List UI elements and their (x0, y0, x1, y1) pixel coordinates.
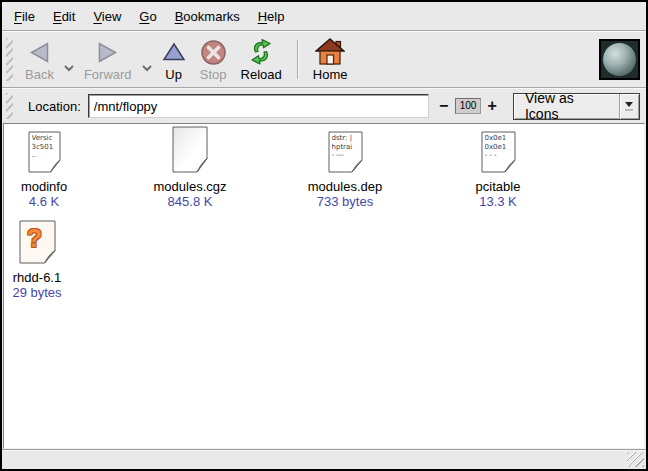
zoom-level-indicator: 100 (455, 98, 480, 114)
menu-view[interactable]: View (84, 4, 130, 29)
zoom-in-button[interactable]: + (485, 98, 500, 114)
file-item-modules-dep[interactable]: dstr: | hptrai - --- modules.dep 733 byt… (300, 129, 390, 209)
file-size: 4.6 K (0, 194, 89, 209)
back-history-dropdown[interactable] (61, 58, 77, 70)
preview-line: 0x0e1 (485, 143, 509, 152)
throbber (599, 39, 640, 80)
menu-bookmarks[interactable]: Bookmarks (166, 4, 249, 29)
toolbar-grab-handle[interactable] (6, 38, 13, 81)
text-file-icon: 0x0e1 0x0e1 - - - (481, 131, 516, 177)
stop-label: Stop (200, 67, 227, 83)
preview-line: 0x0e1 (485, 134, 509, 143)
question-mark-glyph: ? (19, 224, 51, 253)
file-size: 13.3 K (453, 194, 543, 209)
file-item-modinfo[interactable]: Versic 3c501 .. modinfo 4.6 K (0, 129, 89, 209)
reload-button[interactable]: Reload (234, 34, 289, 85)
preview-line: dstr: | (332, 134, 356, 143)
text-file-icon: dstr: | hptrai - --- (328, 131, 363, 177)
preview-line: - - - (485, 151, 509, 160)
file-item-rhdd[interactable]: ? rhdd-6.1 29 bytes (0, 220, 82, 300)
back-label: Back (25, 67, 54, 83)
preview-line: .. (32, 151, 54, 160)
file-size: 29 bytes (0, 285, 82, 300)
reload-icon (246, 37, 276, 67)
file-name: modules.dep (300, 179, 390, 194)
home-button[interactable]: Home (306, 34, 355, 85)
file-manager-window: File Edit View Go Bookmarks Help Back Fo… (0, 0, 648, 471)
up-icon (162, 37, 186, 67)
menu-edit[interactable]: Edit (44, 4, 84, 29)
back-button[interactable]: Back (18, 34, 61, 85)
location-input[interactable] (88, 94, 429, 118)
stop-button[interactable]: Stop (193, 34, 234, 85)
menu-go[interactable]: Go (130, 4, 165, 29)
preview-line: Versic (32, 134, 54, 143)
file-size: 733 bytes (300, 194, 390, 209)
status-bar (2, 449, 646, 469)
text-file-icon: Versic 3c501 .. (28, 131, 61, 177)
toolbar: Back Forward Up (2, 32, 646, 87)
file-size: 845.8 K (145, 194, 235, 209)
zoom-out-button[interactable]: − (436, 98, 451, 114)
home-icon (315, 37, 345, 67)
file-view[interactable]: Versic 3c501 .. modinfo 4.6 K (3, 123, 645, 449)
reload-label: Reload (241, 67, 282, 83)
menu-bar: File Edit View Go Bookmarks Help (2, 2, 646, 30)
file-name: rhdd-6.1 (0, 270, 82, 285)
forward-button[interactable]: Forward (77, 34, 139, 85)
location-label: Location: (28, 99, 81, 114)
locationbar-grab-handle[interactable] (6, 93, 13, 119)
toolbar-separator (297, 40, 298, 79)
preview-line: hptrai (332, 143, 356, 152)
stop-icon (200, 37, 227, 67)
forward-label: Forward (84, 67, 132, 83)
file-name: pcitable (453, 179, 543, 194)
file-item-pcitable[interactable]: 0x0e1 0x0e1 - - - pcitable 13.3 K (453, 129, 543, 209)
menu-help[interactable]: Help (249, 4, 294, 29)
unknown-file-icon: ? (19, 220, 56, 268)
forward-history-dropdown[interactable] (139, 58, 155, 70)
view-as-label: View as Icons (514, 94, 619, 119)
throbber-sphere-icon (603, 43, 636, 76)
up-label: Up (165, 67, 182, 83)
up-button[interactable]: Up (155, 34, 193, 85)
location-bar: Location: − 100 + View as Icons (2, 89, 646, 123)
file-item-modules-cgz[interactable]: modules.cgz 845.8 K (145, 129, 235, 209)
resize-grip[interactable] (627, 452, 644, 467)
home-label: Home (313, 67, 348, 83)
toolbar-spacer (354, 34, 599, 85)
view-as-dropdown[interactable]: View as Icons (513, 93, 640, 120)
menu-file[interactable]: File (5, 4, 44, 29)
file-name: modinfo (0, 179, 89, 194)
dropdown-arrow-icon[interactable] (619, 94, 639, 119)
back-icon (27, 37, 52, 67)
file-name: modules.cgz (145, 179, 235, 194)
preview-line: - --- (332, 151, 356, 160)
preview-line: 3c501 (32, 143, 54, 152)
blank-file-icon (172, 126, 208, 177)
forward-icon (95, 37, 120, 67)
